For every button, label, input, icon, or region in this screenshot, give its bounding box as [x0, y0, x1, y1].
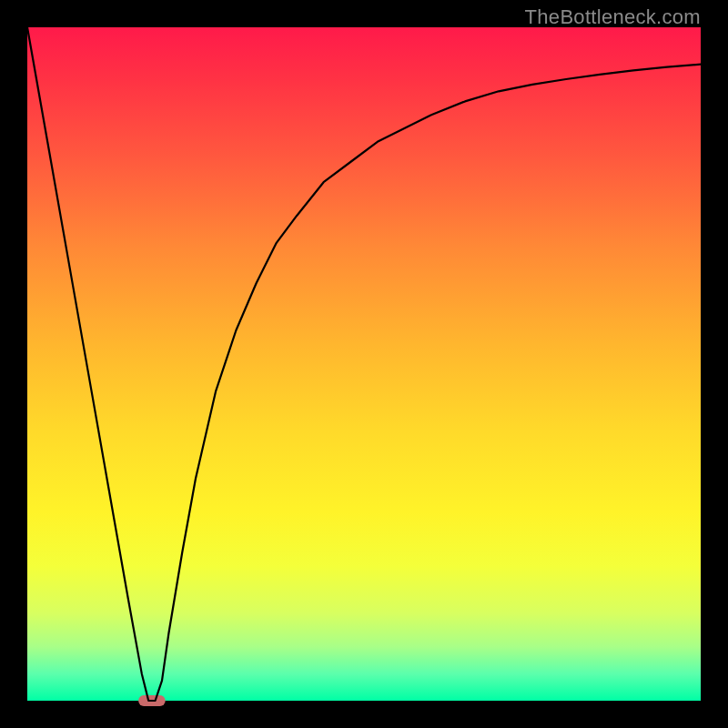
chart-frame: TheBottleneck.com — [0, 0, 728, 728]
chart-svg — [27, 27, 701, 701]
plot-area — [27, 27, 701, 701]
watermark-text: TheBottleneck.com — [525, 5, 701, 29]
bottleneck-curve — [27, 27, 701, 701]
